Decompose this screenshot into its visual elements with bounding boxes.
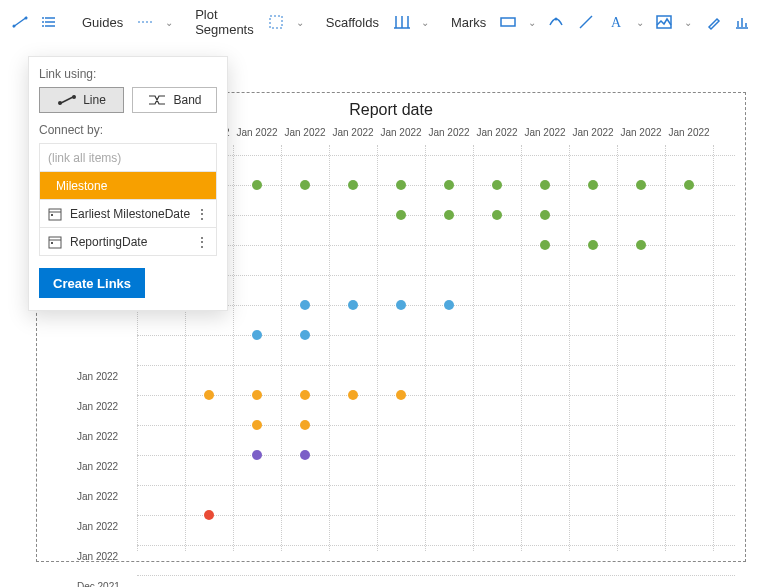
- toolbar-scaffolds-label: Scaffolds: [324, 15, 385, 30]
- more-icon[interactable]: ⋮: [195, 206, 208, 222]
- y-tick-label: Jan 2022: [77, 511, 129, 541]
- connect-by-linkall[interactable]: (link all items): [40, 144, 216, 172]
- data-point[interactable]: [252, 180, 262, 190]
- calendar-icon: [48, 235, 62, 249]
- svg-rect-15: [51, 242, 53, 244]
- y-tick-label: Jan 2022: [77, 541, 129, 571]
- connect-by-label: Connect by:: [39, 123, 217, 137]
- chevron-down-icon[interactable]: ⌄: [292, 17, 308, 28]
- data-point[interactable]: [204, 510, 214, 520]
- data-point[interactable]: [444, 210, 454, 220]
- guides-horizontal-icon[interactable]: [131, 8, 159, 36]
- x-tick-label: Jan 2022: [569, 127, 617, 138]
- data-point[interactable]: [636, 240, 646, 250]
- data-point[interactable]: [252, 420, 262, 430]
- y-tick-label: Jan 2022: [77, 421, 129, 451]
- data-point[interactable]: [540, 210, 550, 220]
- chevron-down-icon[interactable]: ⌄: [417, 17, 433, 28]
- data-point[interactable]: [252, 390, 262, 400]
- data-point[interactable]: [300, 390, 310, 400]
- data-point[interactable]: [300, 300, 310, 310]
- data-point[interactable]: [300, 330, 310, 340]
- data-point[interactable]: [588, 240, 598, 250]
- data-point[interactable]: [300, 450, 310, 460]
- data-point[interactable]: [492, 210, 502, 220]
- data-point[interactable]: [300, 420, 310, 430]
- x-tick-label: Jan 2022: [617, 127, 665, 138]
- data-point[interactable]: [396, 210, 406, 220]
- chart-icon[interactable]: [728, 8, 756, 36]
- svg-rect-6: [501, 18, 515, 26]
- x-tick-label: Jan 2022: [329, 127, 377, 138]
- y-tick-label: Dec 2021: [77, 571, 129, 587]
- x-tick-label: Jan 2022: [377, 127, 425, 138]
- x-tick-label: Jan 2022: [425, 127, 473, 138]
- svg-point-10: [58, 101, 62, 105]
- svg-point-1: [25, 17, 28, 20]
- x-tick-label: Jan 2022: [665, 127, 713, 138]
- connect-by-earliest-milestonedate[interactable]: Earliest MilestoneDate ⋮: [40, 200, 216, 228]
- data-point[interactable]: [444, 300, 454, 310]
- calendar-icon: [48, 207, 62, 221]
- data-point[interactable]: [684, 180, 694, 190]
- svg-rect-5: [270, 16, 282, 28]
- mark-symbol-icon[interactable]: [542, 8, 570, 36]
- data-point[interactable]: [204, 390, 214, 400]
- x-tick-label: Jan 2022: [233, 127, 281, 138]
- list-tool-icon[interactable]: [36, 8, 64, 36]
- svg-point-7: [555, 18, 558, 21]
- chevron-down-icon[interactable]: ⌄: [161, 17, 177, 28]
- mark-rect-icon[interactable]: [494, 8, 522, 36]
- connect-by-milestone[interactable]: Milestone: [40, 172, 216, 200]
- y-tick-label: Jan 2022: [77, 481, 129, 511]
- data-point[interactable]: [444, 180, 454, 190]
- scaffold-icon[interactable]: [387, 8, 415, 36]
- svg-rect-13: [51, 214, 53, 216]
- data-point[interactable]: [636, 180, 646, 190]
- data-point[interactable]: [396, 390, 406, 400]
- data-point[interactable]: [348, 390, 358, 400]
- data-point[interactable]: [492, 180, 502, 190]
- eraser-icon[interactable]: [698, 8, 726, 36]
- create-links-button[interactable]: Create Links: [39, 268, 145, 298]
- more-icon[interactable]: ⋮: [195, 234, 208, 250]
- link-mode-band-button[interactable]: Band: [132, 87, 217, 113]
- mark-text-icon[interactable]: A: [602, 8, 630, 36]
- toolbar-marks-label: Marks: [449, 15, 492, 30]
- link-using-label: Link using:: [39, 67, 217, 81]
- data-point[interactable]: [396, 180, 406, 190]
- link-panel: Link using: Line Band Connect by: (link …: [28, 56, 228, 311]
- link-mode-line-button[interactable]: Line: [39, 87, 124, 113]
- data-point[interactable]: [540, 180, 550, 190]
- toolbar-guides-label: Guides: [80, 15, 129, 30]
- data-point[interactable]: [348, 300, 358, 310]
- mark-image-icon[interactable]: [650, 8, 678, 36]
- y-tick-label: Jan 2022: [77, 451, 129, 481]
- mark-line-icon[interactable]: [572, 8, 600, 36]
- svg-point-0: [13, 25, 16, 28]
- data-point[interactable]: [396, 300, 406, 310]
- svg-rect-12: [49, 209, 61, 220]
- svg-point-11: [72, 95, 76, 99]
- connect-by-reportingdate[interactable]: ReportingDate ⋮: [40, 228, 216, 256]
- data-point[interactable]: [252, 450, 262, 460]
- chevron-down-icon[interactable]: ⌄: [524, 17, 540, 28]
- y-tick-label: [77, 331, 129, 361]
- line-tool-icon[interactable]: [6, 8, 34, 36]
- x-tick-label: Jan 2022: [521, 127, 569, 138]
- svg-rect-14: [49, 237, 61, 248]
- y-tick-label: Jan 2022: [77, 391, 129, 421]
- svg-point-2: [42, 17, 44, 19]
- connect-by-list: (link all items) Milestone Earliest Mile…: [39, 143, 217, 256]
- svg-point-3: [42, 21, 44, 23]
- x-tick-label: Jan 2022: [281, 127, 329, 138]
- data-point[interactable]: [300, 180, 310, 190]
- data-point[interactable]: [348, 180, 358, 190]
- data-point[interactable]: [588, 180, 598, 190]
- data-point[interactable]: [540, 240, 550, 250]
- plot-segment-icon[interactable]: [262, 8, 290, 36]
- chevron-down-icon[interactable]: ⌄: [680, 17, 696, 28]
- data-point[interactable]: [252, 330, 262, 340]
- svg-text:A: A: [611, 15, 622, 30]
- chevron-down-icon[interactable]: ⌄: [632, 17, 648, 28]
